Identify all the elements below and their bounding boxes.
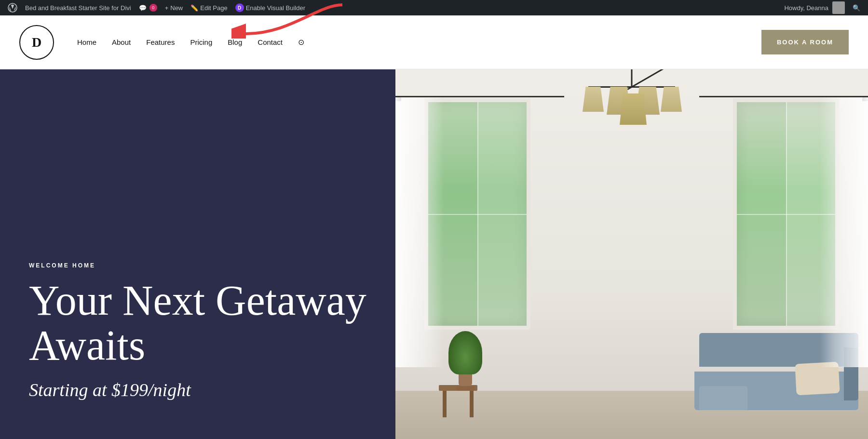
nav-item-about[interactable]: About [112, 38, 131, 46]
wordpress-icon [8, 3, 17, 13]
plant-saucer [456, 386, 475, 391]
divi-icon: D [235, 3, 244, 12]
site-title-text: Bed and Breakfast Starter Site for Divi [25, 4, 131, 12]
edit-page-label: Edit Page [200, 4, 227, 12]
nav-item-home[interactable]: Home [77, 38, 96, 46]
comments-item[interactable]: 💬 0 [135, 0, 161, 15]
right-curtain [820, 97, 868, 367]
book-room-button[interactable]: BOOK A ROOM [761, 30, 849, 54]
wp-logo-item[interactable] [4, 0, 21, 15]
logo-letter: D [32, 35, 41, 50]
plant-pot-main [459, 374, 472, 386]
nav-item-features[interactable]: Features [146, 38, 175, 46]
nav-item-blog[interactable]: Blog [228, 38, 242, 46]
plus-icon: + [165, 4, 169, 12]
hero-title: Your Next Getaway Awaits [29, 279, 366, 368]
table-leg-1 [443, 391, 447, 417]
room-scene [395, 69, 868, 439]
main-nav: Home About Features Pricing Blog Contact… [77, 38, 304, 47]
search-nav-icon[interactable]: ⊙ [298, 38, 304, 47]
chandelier-arm [588, 86, 675, 88]
comment-count: 0 [149, 4, 157, 12]
hero-left: WELCOME HOME Your Next Getaway Awaits St… [0, 69, 395, 439]
site-header: D Home About Features Pricing Blog Conta… [0, 15, 868, 69]
hero-subtitle: Starting at $199/night [29, 379, 366, 400]
plant-container [448, 331, 482, 391]
site-title-item[interactable]: Bed and Breakfast Starter Site for Divi [21, 0, 135, 15]
howdy-item[interactable]: Howdy, Deanna [780, 0, 849, 15]
admin-bar-right: Howdy, Deanna 🔍 [780, 0, 864, 15]
shade-1 [583, 87, 604, 112]
ottoman [699, 386, 747, 410]
pencil-icon: ✏️ [190, 4, 198, 12]
enable-vb-item[interactable]: D Enable Visual Builder [231, 0, 309, 15]
shade-3 [661, 87, 682, 112]
chandelier-rod [631, 69, 633, 86]
site-logo[interactable]: D [19, 25, 54, 60]
comment-bubble-icon: 💬 [139, 4, 147, 12]
welcome-label: WELCOME HOME [29, 262, 366, 269]
table-leg-2 [470, 391, 474, 417]
shade-center [620, 93, 647, 125]
search-admin-item[interactable]: 🔍 [849, 0, 864, 15]
new-label: New [170, 4, 183, 12]
left-curtain [395, 97, 444, 367]
nav-item-contact[interactable]: Contact [258, 38, 283, 46]
hero-image [395, 69, 868, 439]
howdy-text: Howdy, Deanna [784, 4, 828, 12]
admin-bar: Bed and Breakfast Starter Site for Divi … [0, 0, 868, 15]
avatar [832, 1, 845, 14]
search-admin-icon: 🔍 [853, 4, 860, 12]
new-item[interactable]: + New [161, 0, 187, 15]
hero-section: WELCOME HOME Your Next Getaway Awaits St… [0, 69, 868, 439]
chandelier [579, 69, 685, 127]
edit-page-item[interactable]: ✏️ Edit Page [187, 0, 231, 15]
enable-vb-label: Enable Visual Builder [246, 4, 305, 12]
nav-item-pricing[interactable]: Pricing [190, 38, 212, 46]
plant-leaves [448, 331, 482, 374]
